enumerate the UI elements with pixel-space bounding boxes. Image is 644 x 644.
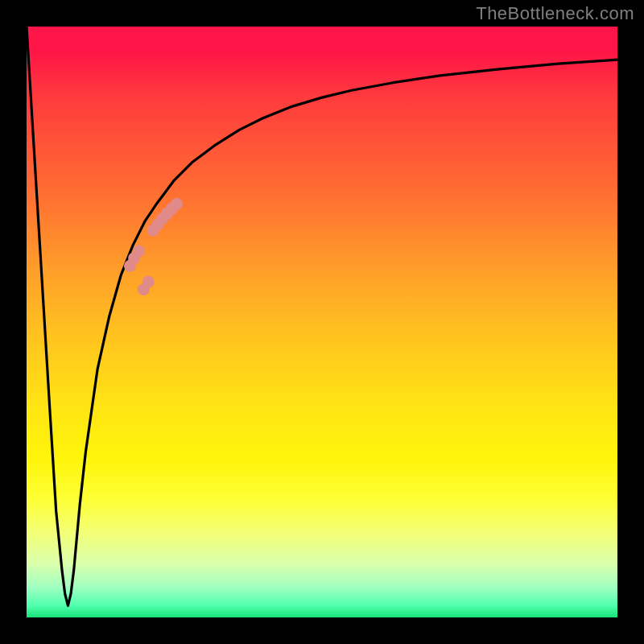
chart-frame: TheBottleneck.com [0, 0, 644, 644]
plot-area [27, 27, 617, 617]
curve-layer [27, 27, 617, 617]
bottleneck-curve [27, 27, 617, 605]
highlight-dot [142, 276, 155, 288]
source-label: TheBottleneck.com [476, 3, 634, 24]
highlight-dot [171, 198, 183, 210]
highlight-dot [133, 245, 145, 257]
